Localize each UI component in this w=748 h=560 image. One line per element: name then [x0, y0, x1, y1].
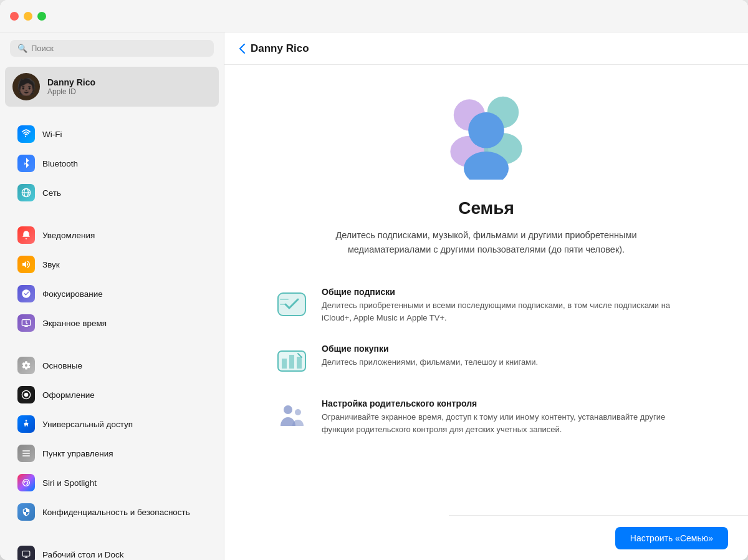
- family-illustration: [430, 90, 542, 183]
- svg-rect-12: [22, 551, 30, 556]
- control-icon: [17, 445, 35, 462]
- content-area: 🔍 🧑🏿 Danny Rico Apple ID: [0, 32, 748, 560]
- close-button[interactable]: [10, 12, 19, 21]
- sidebar-item-network[interactable]: Сеть: [5, 178, 219, 207]
- sidebar-section-display: Рабочий стол и Dock Дисплеи: [0, 539, 224, 560]
- purchases-title: Общие покупки: [322, 344, 698, 354]
- sidebar-item-bluetooth[interactable]: Bluetooth: [5, 149, 219, 178]
- sidebar-item-privacy-label: Конфиденциальность и безопасность: [42, 508, 190, 517]
- parental-text: Настройка родительского контроля Огранич…: [322, 398, 698, 435]
- search-bar[interactable]: 🔍: [10, 40, 214, 57]
- sidebar-item-network-label: Сеть: [42, 188, 61, 198]
- purchases-text: Общие покупки Делитесь приложениями, фил…: [322, 344, 698, 369]
- screentime-icon: [17, 314, 35, 332]
- svg-point-7: [26, 420, 27, 422]
- family-title: Семья: [458, 198, 514, 218]
- user-name: Danny Rico: [47, 77, 95, 87]
- main-window: 🔍 🧑🏿 Danny Rico Apple ID: [0, 0, 748, 560]
- sidebar: 🔍 🧑🏿 Danny Rico Apple ID: [0, 32, 224, 560]
- sidebar-item-wifi[interactable]: Wi-Fi: [5, 120, 219, 148]
- user-profile-item[interactable]: 🧑🏿 Danny Rico Apple ID: [5, 67, 219, 107]
- subscriptions-desc: Делитесь приобретенными и всеми последую…: [322, 299, 698, 324]
- maximize-button[interactable]: [37, 12, 46, 21]
- sidebar-item-appearance-label: Оформление: [42, 390, 95, 400]
- parental-icon: [274, 398, 309, 433]
- svg-point-27: [295, 409, 301, 415]
- sidebar-item-siri-label: Siri и Spotlight: [42, 478, 97, 488]
- notifications-icon: [17, 226, 35, 244]
- svg-point-26: [284, 405, 292, 414]
- svg-rect-10: [22, 455, 30, 456]
- sidebar-item-screentime[interactable]: Экранное время: [5, 309, 219, 337]
- focus-icon: [17, 285, 35, 302]
- feature-item-purchases: Общие покупки Делитесь приложениями, фил…: [274, 344, 698, 379]
- features-list: Общие подписки Делитесь приобретенными и…: [274, 287, 698, 435]
- svg-point-5: [24, 393, 29, 397]
- subscriptions-text: Общие подписки Делитесь приобретенными и…: [322, 287, 698, 324]
- user-subtitle: Apple ID: [47, 87, 95, 96]
- sidebar-section-system: Основные Оформление: [0, 350, 224, 527]
- sidebar-item-control-label: Пункт управления: [42, 449, 113, 458]
- siri-icon: [17, 474, 35, 491]
- sidebar-item-wifi-label: Wi-Fi: [42, 130, 62, 139]
- sidebar-item-focus[interactable]: Фокусирование: [5, 279, 219, 308]
- family-description: Делитесь подписками, музыкой, фильмами и…: [305, 228, 667, 257]
- sidebar-section-misc: Уведомления Звук Ф: [0, 220, 224, 338]
- purchases-icon: [274, 344, 309, 379]
- appearance-icon: [17, 386, 35, 403]
- sidebar-item-focus-label: Фокусирование: [42, 289, 103, 299]
- panel-title: Danny Rico: [251, 42, 309, 55]
- bluetooth-icon: [17, 155, 35, 172]
- sidebar-item-accessibility-label: Универсальный доступ: [42, 420, 133, 429]
- sidebar-section-network: Wi-Fi Bluetooth: [0, 119, 224, 208]
- svg-point-20: [468, 112, 504, 148]
- avatar-emoji: 🧑🏿: [16, 77, 36, 97]
- sidebar-item-sound[interactable]: Звук: [5, 250, 219, 279]
- privacy-icon: [17, 503, 35, 521]
- sidebar-item-general-label: Основные: [42, 361, 82, 370]
- search-input[interactable]: [31, 44, 206, 53]
- network-icon: [17, 184, 35, 201]
- sidebar-item-appearance[interactable]: Оформление: [5, 380, 219, 409]
- minimize-button[interactable]: [24, 12, 32, 21]
- desktop-icon: [17, 546, 35, 560]
- search-icon: 🔍: [17, 44, 27, 53]
- svg-rect-8: [22, 450, 30, 451]
- sidebar-item-control[interactable]: Пункт управления: [5, 439, 219, 468]
- sidebar-item-bluetooth-label: Bluetooth: [42, 159, 78, 168]
- back-button[interactable]: [239, 44, 246, 54]
- panel-content: Семья Делитесь подписками, музыкой, филь…: [224, 65, 748, 560]
- sidebar-item-desktop-label: Рабочий стол и Dock: [42, 550, 124, 559]
- svg-rect-9: [22, 453, 30, 453]
- avatar: 🧑🏿: [12, 73, 40, 100]
- parental-desc: Ограничивайте экранное время, доступ к т…: [322, 411, 698, 435]
- panel-bottom-bar: Настроить «Семью»: [449, 515, 748, 560]
- setup-family-button[interactable]: Настроить «Семью»: [615, 527, 728, 549]
- svg-point-11: [23, 480, 30, 486]
- sidebar-item-notifications[interactable]: Уведомления: [5, 221, 219, 249]
- sidebar-item-screentime-label: Экранное время: [42, 319, 107, 328]
- subscriptions-title: Общие подписки: [322, 287, 698, 297]
- sidebar-item-sound-label: Звук: [42, 260, 60, 269]
- subscriptions-icon: [274, 287, 309, 322]
- sidebar-item-desktop[interactable]: Рабочий стол и Dock: [5, 540, 219, 560]
- sidebar-item-general[interactable]: Основные: [5, 351, 219, 380]
- main-panel: Danny Rico: [224, 32, 748, 560]
- sidebar-item-privacy[interactable]: Конфиденциальность и безопасность: [5, 498, 219, 526]
- wifi-icon: [17, 125, 35, 143]
- accessibility-icon: [17, 415, 35, 433]
- parental-title: Настройка родительского контроля: [322, 398, 698, 408]
- feature-item-subscriptions: Общие подписки Делитесь приобретенными и…: [274, 287, 698, 324]
- titlebar: [0, 0, 748, 32]
- general-icon: [17, 357, 35, 374]
- sidebar-item-notifications-label: Уведомления: [42, 231, 95, 240]
- sound-icon: [17, 256, 35, 273]
- traffic-lights: [10, 12, 46, 21]
- user-info: Danny Rico Apple ID: [47, 77, 95, 96]
- feature-item-parental: Настройка родительского контроля Огранич…: [274, 398, 698, 435]
- sidebar-item-accessibility[interactable]: Универсальный доступ: [5, 410, 219, 438]
- panel-header: Danny Rico: [224, 32, 748, 65]
- purchases-desc: Делитесь приложениями, фильмами, телешоу…: [322, 356, 698, 369]
- sidebar-item-siri[interactable]: Siri и Spotlight: [5, 468, 219, 497]
